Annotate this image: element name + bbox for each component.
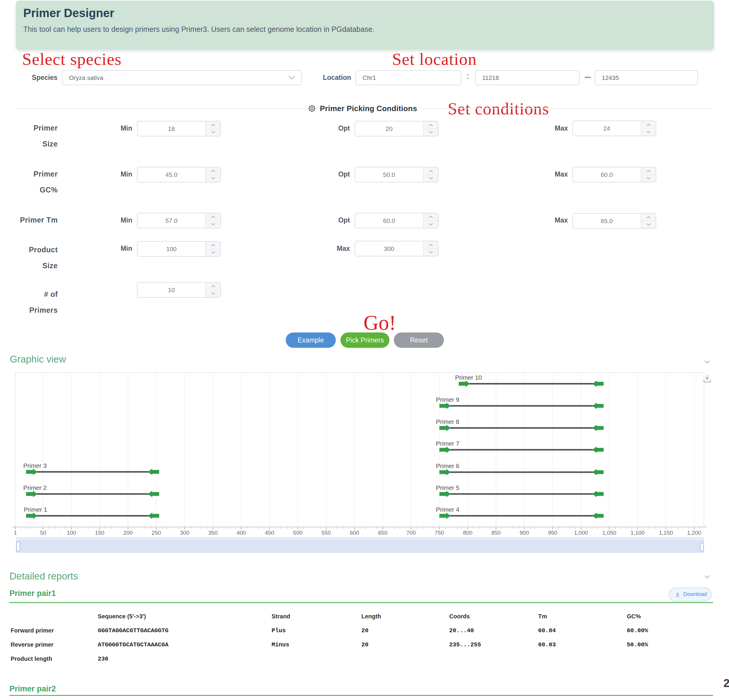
svg-text:150: 150 xyxy=(95,530,105,536)
svg-text:1,050: 1,050 xyxy=(602,530,616,536)
svg-text:Primer 1: Primer 1 xyxy=(24,506,47,513)
svg-text:500: 500 xyxy=(293,530,302,536)
svg-text:Primer 3: Primer 3 xyxy=(23,462,46,469)
svg-text:1,150: 1,150 xyxy=(659,530,673,536)
svg-text:Primer 9: Primer 9 xyxy=(436,396,459,403)
svg-text:900: 900 xyxy=(520,530,529,536)
svg-text:750: 750 xyxy=(435,530,444,536)
svg-text:Primer 10: Primer 10 xyxy=(455,374,482,381)
svg-text:Primer 8: Primer 8 xyxy=(436,418,459,425)
svg-text:450: 450 xyxy=(265,530,274,536)
svg-text:550: 550 xyxy=(321,530,331,536)
svg-text:350: 350 xyxy=(208,530,218,536)
svg-text:Primer 6: Primer 6 xyxy=(436,463,459,469)
svg-text:50: 50 xyxy=(40,530,46,536)
svg-text:1: 1 xyxy=(14,530,17,536)
svg-text:650: 650 xyxy=(378,530,388,536)
svg-text:300: 300 xyxy=(180,530,189,536)
svg-text:1,100: 1,100 xyxy=(630,530,645,536)
svg-text:Primer 2: Primer 2 xyxy=(23,484,46,491)
svg-text:250: 250 xyxy=(152,530,161,536)
svg-text:700: 700 xyxy=(407,530,416,536)
svg-text:100: 100 xyxy=(67,530,76,536)
svg-text:1,000: 1,000 xyxy=(574,530,588,536)
svg-text:1,200: 1,200 xyxy=(687,530,701,536)
svg-text:850: 850 xyxy=(491,530,501,536)
svg-text:600: 600 xyxy=(350,530,359,536)
svg-text:950: 950 xyxy=(548,530,557,536)
svg-text:Primer 7: Primer 7 xyxy=(436,440,459,447)
svg-text:Primer 5: Primer 5 xyxy=(436,484,459,491)
svg-text:Primer 4: Primer 4 xyxy=(436,506,459,513)
svg-text:400: 400 xyxy=(237,530,246,536)
svg-text:800: 800 xyxy=(463,530,472,536)
svg-text:200: 200 xyxy=(123,530,133,536)
